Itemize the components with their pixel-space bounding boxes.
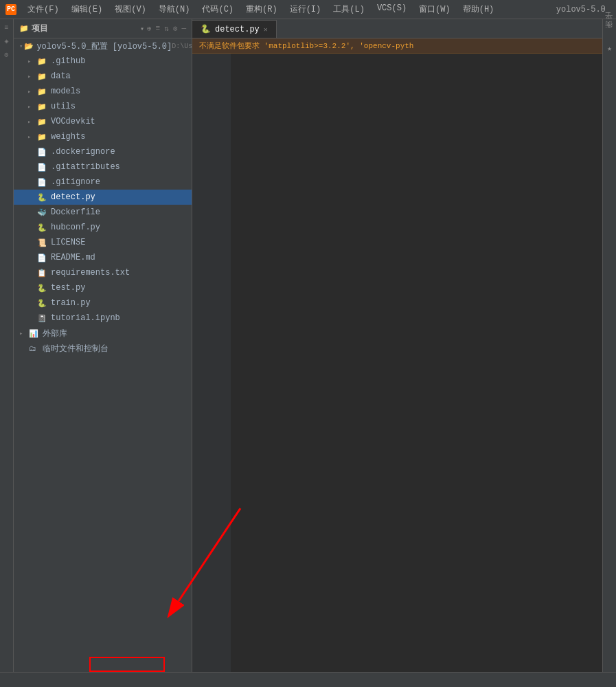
tab-close-button[interactable]: ✕ (264, 25, 268, 34)
code-editor (192, 54, 602, 672)
tree-item[interactable]: 📜LICENSE (14, 235, 192, 250)
tree-item-label: tutorial.ipynb (51, 313, 120, 323)
tree-arrow: ▸ (27, 118, 36, 126)
project-header-icon-4[interactable]: — (181, 24, 186, 33)
tree-arrow: ▸ (27, 133, 36, 141)
file-icon: 📄 (37, 163, 48, 172)
tree-arrow: ▸ (27, 58, 36, 65)
python-file-icon: 🐍 (37, 193, 48, 202)
menu-item[interactable]: 视图(V) (109, 2, 152, 16)
tab-bar: 🐍 detect.py ✕ (192, 19, 602, 38)
tree-item-label: data (51, 71, 71, 81)
docker-icon: 🐳 (37, 208, 48, 217)
tree-arrow: ▾ (19, 43, 23, 50)
tree-item[interactable]: 🐍train.py (14, 295, 192, 311)
warning-text: 不满足软件包要求 'matplotlib>=3.2.2', 'opencv-py… (199, 42, 413, 50)
tree-item-label: models (51, 87, 80, 96)
tree-item-label: LICENSE (51, 238, 85, 247)
menu-item[interactable]: 帮助(H) (457, 2, 500, 16)
tree-item[interactable]: 🗂临时文件和控制台 (14, 341, 192, 356)
tree-item-label: 外部库 (43, 328, 67, 339)
editor-area: 🐍 detect.py ✕ 不满足软件包要求 'matplotlib>=3.2.… (192, 19, 602, 672)
project-panel-icon: 📁 (19, 24, 29, 33)
file-icon: 📄 (37, 148, 48, 157)
menu-item[interactable]: 工具(L) (328, 2, 370, 16)
line-numbers (192, 54, 221, 672)
project-panel-header: 📁 项目 ▾ ⊕≡⇅⚙— (14, 19, 192, 38)
menu-item[interactable]: 代码(C) (196, 2, 239, 16)
right-icon-1[interactable]: 平 (604, 22, 615, 27)
tree-item[interactable]: ▸📁data (14, 69, 192, 84)
left-sidebar-icons: ≡ ◈ ⚙ (0, 19, 14, 672)
menu-item[interactable]: 运行(I) (284, 2, 327, 16)
tree-item[interactable]: 🐳Dockerfile (14, 205, 192, 220)
tree-arrow: ▸ (27, 73, 36, 80)
project-header-icon-2[interactable]: ⇅ (164, 24, 169, 33)
folder-icon: 📁 (37, 87, 48, 96)
editor-tab-detect-py[interactable]: 🐍 detect.py ✕ (192, 20, 277, 38)
right-icon-3[interactable]: ★ (605, 41, 614, 56)
tree-arrow: ▸ (27, 88, 36, 95)
project-header-icon-3[interactable]: ⚙ (173, 24, 178, 33)
tree-item-label: test.py (51, 283, 85, 293)
tree-item[interactable]: 📋requirements.txt (14, 265, 192, 280)
project-header-icon-0[interactable]: ⊕ (147, 24, 152, 33)
markdown-icon: 📄 (37, 254, 48, 262)
left-icon-2[interactable]: ◈ (1, 36, 12, 47)
tree-item[interactable]: ▸📊外部库 (14, 326, 192, 341)
menu-item[interactable]: 重构(R) (240, 2, 283, 16)
file-tree: ▾📂yolov5-5.0_配置 [yolov5-5.0] D:\Users\15… (14, 38, 192, 672)
tab-icon: 🐍 (201, 24, 211, 34)
tree-item[interactable]: ▸📁models (14, 84, 192, 99)
folder-icon: 📁 (37, 117, 48, 126)
tree-item[interactable]: 📓tutorial.ipynb (14, 311, 192, 326)
tree-item[interactable]: ▸📁weights (14, 129, 192, 144)
tree-arrow: ▸ (19, 330, 27, 337)
tree-item-label: weights (51, 132, 85, 142)
project-dropdown-icon[interactable]: ▾ (140, 25, 144, 33)
tree-item-label: VOCdevkit (51, 117, 95, 126)
tree-item[interactable]: 📄.dockerignore (14, 144, 192, 159)
tree-item-label: detect.py (51, 192, 95, 202)
menu-item[interactable]: 文件(F) (22, 2, 65, 16)
tree-item-label: .github (51, 56, 85, 66)
python-file-icon: 🐍 (37, 223, 48, 232)
project-header-icon-1[interactable]: ≡ (156, 24, 161, 33)
tree-item[interactable]: 📄.gitignore (14, 174, 192, 190)
menu-item[interactable]: 编辑(E) (66, 2, 109, 16)
tree-arrow: ▸ (27, 103, 36, 111)
tree-item[interactable]: 🐍hubconf.py (14, 220, 192, 235)
tree-item[interactable]: 🐍test.py (14, 280, 192, 295)
tree-item[interactable]: 📄.gitattributes (14, 159, 192, 174)
tree-item[interactable]: ▾📂yolov5-5.0_配置 [yolov5-5.0] D:\Users\15… (14, 38, 192, 54)
menu-item[interactable]: 窗口(W) (413, 2, 456, 16)
left-icon-1[interactable]: ≡ (1, 22, 12, 33)
code-content[interactable] (231, 54, 602, 672)
tree-item-label: hubconf.py (51, 223, 100, 232)
tree-item[interactable]: ▸📁.github (14, 54, 192, 69)
external-icon: 📊 (29, 329, 40, 338)
folder-icon: 📁 (37, 72, 48, 81)
menu-item[interactable]: VCS(S) (372, 2, 412, 16)
tree-item-label: README.md (51, 253, 95, 262)
tree-path: D:\Users\15204\Desktop\yol (172, 43, 192, 50)
tree-item[interactable]: ▸📁utils (14, 99, 192, 114)
tree-item[interactable]: 🐍detect.py (14, 190, 192, 205)
warning-bar[interactable]: 不满足软件包要求 'matplotlib>=3.2.2', 'opencv-py… (192, 38, 602, 54)
notebook-icon: 📓 (37, 314, 48, 323)
tree-item-label: train.py (51, 298, 91, 308)
right-icon-2[interactable]: 衡 (604, 32, 615, 37)
tree-item[interactable]: 📄README.md (14, 250, 192, 265)
menu-item[interactable]: 导航(N) (153, 2, 196, 16)
left-icon-3[interactable]: ⚙ (1, 49, 12, 60)
tab-label: detect.py (215, 25, 260, 34)
project-panel-title: 项目 (32, 23, 136, 34)
tree-item[interactable]: ▸📁VOCdevkit (14, 114, 192, 129)
project-panel: 📁 项目 ▾ ⊕≡⇅⚙— ▾📂yolov5-5.0_配置 [yolov5-5.0… (14, 19, 192, 672)
folder-icon: 📁 (37, 133, 48, 142)
project-header-actions: ⊕≡⇅⚙— (147, 24, 186, 33)
tree-item-label: .gitignore (51, 177, 100, 187)
tree-item-label: requirements.txt (51, 268, 130, 278)
folder-icon: 📁 (37, 57, 48, 66)
python-file-icon: 🐍 (37, 299, 48, 308)
